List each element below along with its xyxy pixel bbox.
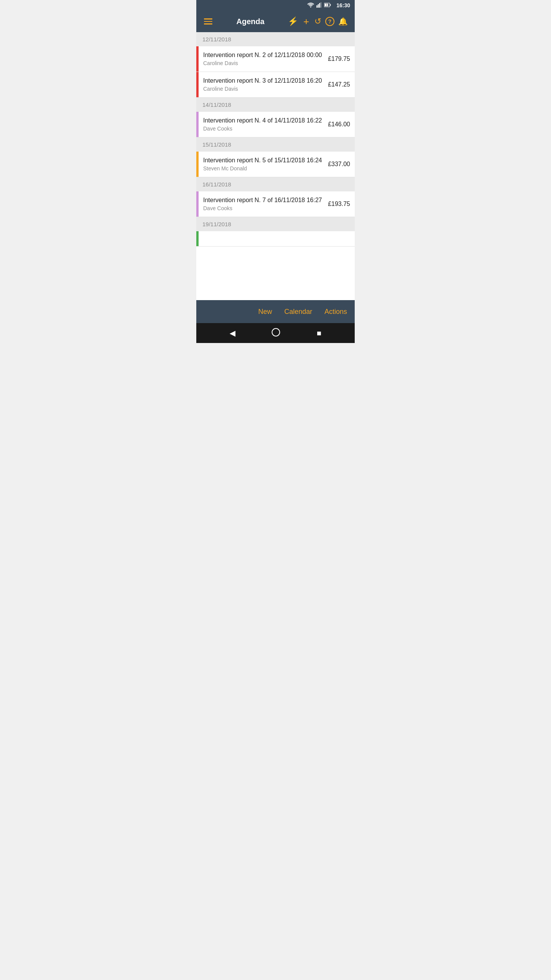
- agenda-content: 12/11/2018Intervention report N. 2 of 12…: [196, 32, 355, 300]
- refresh-icon[interactable]: ↻: [312, 14, 324, 29]
- report-item[interactable]: Intervention report N. 5 of 15/11/2018 1…: [196, 152, 355, 177]
- app-bar: Agenda ⚡ + ↻ ? 🔔: [196, 11, 355, 32]
- page-title: Agenda: [218, 17, 282, 26]
- svg-point-9: [272, 328, 280, 336]
- item-text: Intervention report N. 3 of 12/11/2018 1…: [203, 77, 322, 92]
- item-title: Intervention report N. 7 of 16/11/2018 1…: [203, 197, 322, 204]
- item-content: Intervention report N. 2 of 12/11/2018 0…: [199, 46, 355, 72]
- report-item[interactable]: Intervention report N. 3 of 12/11/2018 1…: [196, 72, 355, 98]
- item-content: Intervention report N. 3 of 12/11/2018 1…: [199, 72, 355, 97]
- menu-icon[interactable]: [201, 15, 215, 28]
- report-item[interactable]: Intervention report N. 7 of 16/11/2018 1…: [196, 191, 355, 217]
- svg-rect-6: [330, 4, 331, 6]
- help-icon[interactable]: ?: [325, 17, 334, 26]
- android-nav: ◀ ■: [196, 323, 355, 343]
- item-amount: £147.25: [325, 81, 350, 88]
- date-header: 15/11/2018: [196, 137, 355, 152]
- signal-icon: [316, 2, 322, 9]
- item-content: Intervention report N. 4 of 14/11/2018 1…: [199, 112, 355, 137]
- report-item[interactable]: Intervention report N. 4 of 14/11/2018 1…: [196, 112, 355, 137]
- battery-icon: [324, 2, 331, 9]
- actions-button[interactable]: Actions: [324, 308, 347, 316]
- report-item[interactable]: Intervention report N. 2 of 12/11/2018 0…: [196, 46, 355, 72]
- new-button[interactable]: New: [258, 308, 272, 316]
- status-time: 16:30: [336, 2, 350, 8]
- item-subtitle: Dave Cooks: [203, 205, 322, 211]
- item-amount: £146.00: [325, 121, 350, 128]
- item-content: Intervention report N. 7 of 16/11/2018 1…: [199, 191, 355, 217]
- back-button[interactable]: ◀: [230, 328, 235, 338]
- item-content: Intervention report N. 5 of 15/11/2018 1…: [199, 152, 355, 177]
- toolbar-icons: ⚡ + ↻ ? 🔔: [285, 14, 350, 29]
- date-header: 14/11/2018: [196, 98, 355, 112]
- svg-rect-7: [325, 3, 328, 6]
- item-title: Intervention report N. 5 of 15/11/2018 1…: [203, 157, 322, 164]
- item-text: Intervention report N. 4 of 14/11/2018 1…: [203, 117, 322, 132]
- add-icon[interactable]: +: [302, 15, 311, 28]
- home-button[interactable]: [271, 328, 280, 338]
- svg-rect-4: [321, 2, 322, 8]
- item-subtitle: Caroline Davis: [203, 86, 322, 92]
- recent-button[interactable]: ■: [317, 329, 321, 338]
- svg-point-0: [310, 6, 311, 7]
- item-amount: £337.00: [325, 161, 350, 168]
- item-title: Intervention report N. 4 of 14/11/2018 1…: [203, 117, 322, 124]
- item-title: Intervention report N. 3 of 12/11/2018 1…: [203, 77, 322, 84]
- color-bar: [196, 231, 199, 246]
- item-subtitle: Caroline Davis: [203, 60, 322, 66]
- svg-rect-2: [318, 4, 319, 8]
- date-header: 16/11/2018: [196, 177, 355, 191]
- bolt-icon[interactable]: ⚡: [285, 14, 300, 29]
- date-header: 19/11/2018: [196, 217, 355, 231]
- svg-rect-1: [316, 5, 318, 8]
- item-subtitle: Dave Cooks: [203, 126, 322, 132]
- bell-icon[interactable]: 🔔: [336, 15, 350, 28]
- item-amount: £179.75: [325, 56, 350, 62]
- item-text: Intervention report N. 5 of 15/11/2018 1…: [203, 157, 322, 172]
- calendar-button[interactable]: Calendar: [284, 308, 312, 316]
- report-item[interactable]: [196, 231, 355, 247]
- item-text: Intervention report N. 7 of 16/11/2018 1…: [203, 197, 322, 211]
- svg-rect-3: [319, 3, 320, 8]
- item-subtitle: Steven Mc Donald: [203, 165, 322, 172]
- wifi-icon: [307, 2, 314, 9]
- bottom-nav: New Calendar Actions: [196, 300, 355, 323]
- date-header: 12/11/2018: [196, 32, 355, 46]
- status-bar: 16:30: [196, 0, 355, 11]
- item-text: Intervention report N. 2 of 12/11/2018 0…: [203, 52, 322, 66]
- item-title: Intervention report N. 2 of 12/11/2018 0…: [203, 52, 322, 59]
- item-amount: £193.75: [325, 201, 350, 207]
